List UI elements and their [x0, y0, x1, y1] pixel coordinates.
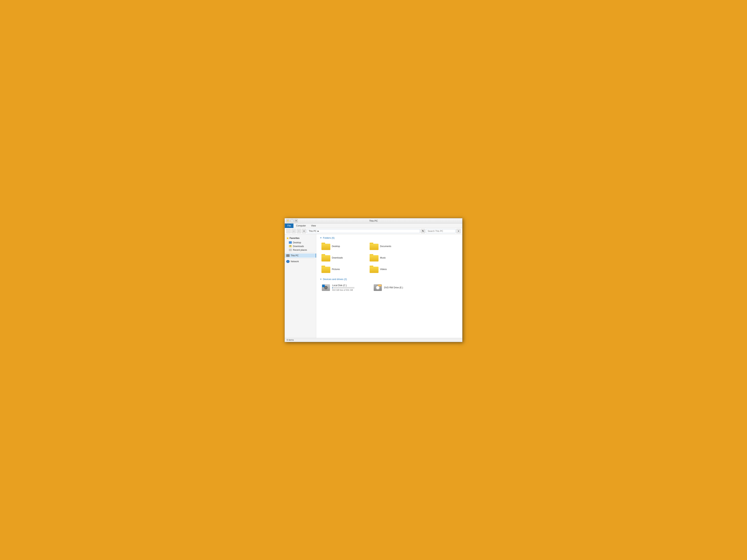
- sidebar-divider-2: [286, 258, 315, 259]
- items-count: 8 items: [287, 339, 294, 341]
- sidebar-network-label: Network: [291, 260, 299, 263]
- folder-item-music[interactable]: Music: [368, 253, 416, 263]
- dvd-badge: DVD: [378, 285, 382, 286]
- window-title: This PC: [369, 219, 378, 222]
- windows-logo-icon: [323, 285, 325, 287]
- network-icon: [286, 260, 289, 263]
- drive-c-space: 910 GB free of 931 GB: [332, 289, 354, 291]
- qat-new-folder[interactable]: 📁: [286, 219, 289, 222]
- music-folder-icon-large: [369, 254, 379, 262]
- ribbon: File Computer View: [285, 223, 462, 228]
- folders-section-title: Folders (6): [323, 237, 335, 239]
- tab-computer[interactable]: Computer: [293, 223, 308, 228]
- hdd-icon: [322, 284, 330, 291]
- downloads-folder-icon: [289, 245, 292, 247]
- search-dropdown-button[interactable]: ▾: [456, 229, 461, 233]
- sidebar-item-downloads[interactable]: Downloads: [285, 244, 316, 248]
- dvd-icon: DVD: [374, 284, 382, 291]
- drives-section-title: Devices and drives (2): [323, 278, 347, 281]
- downloads-folder-icon-large: [321, 254, 330, 262]
- sidebar-desktop-label: Desktop: [293, 241, 301, 244]
- sidebar-item-thispc[interactable]: This PC: [285, 254, 316, 258]
- folder-item-pictures[interactable]: Pictures: [320, 264, 368, 274]
- title-bar: 📁 📄 ▾ This PC: [285, 218, 462, 223]
- qat-properties[interactable]: 📄: [290, 219, 294, 222]
- forward-button[interactable]: →: [291, 229, 296, 233]
- documents-folder-icon-large: [369, 243, 379, 250]
- drive-c-bar-fill: [332, 287, 333, 289]
- folder-downloads-label: Downloads: [332, 257, 343, 259]
- svg-rect-3: [324, 286, 325, 287]
- sidebar-divider-1: [286, 252, 315, 253]
- hdd-icon-wrapper: [321, 284, 330, 291]
- ribbon-tab-list: File Computer View: [285, 223, 462, 228]
- folder-item-videos[interactable]: Videos: [368, 264, 416, 274]
- explorer-window: 📁 📄 ▾ This PC File Computer View ← → ↑ ▾…: [285, 218, 462, 342]
- windows-logo-badge: [322, 285, 325, 287]
- sidebar-thispc-label: This PC: [291, 254, 299, 257]
- folder-documents-label: Documents: [380, 245, 391, 247]
- status-bar: 8 items: [285, 338, 462, 342]
- pictures-folder-icon-large: [321, 266, 330, 273]
- qat-customize[interactable]: ▾: [294, 219, 298, 222]
- folder-item-downloads[interactable]: Downloads: [320, 253, 368, 263]
- drive-e-info: DVD RW Drive (E:): [384, 286, 403, 289]
- sidebar-recent-label: Recent places: [293, 249, 307, 251]
- drive-c-label: Local Disk (C:): [332, 284, 354, 287]
- folder-item-desktop[interactable]: Desktop: [320, 241, 368, 251]
- folder-music-label: Music: [380, 257, 386, 259]
- folder-item-documents[interactable]: Documents: [368, 241, 416, 251]
- path-arrow: ►: [317, 230, 319, 233]
- drives-arrow-icon: ▼: [320, 278, 322, 280]
- up-button[interactable]: ↑: [297, 229, 301, 233]
- folders-section-header[interactable]: ▼ Folders (6): [320, 237, 459, 239]
- thispc-icon: [286, 254, 289, 257]
- recent-icon: [289, 249, 292, 251]
- drive-c-bar-bg: [332, 287, 354, 289]
- folder-desktop-label: Desktop: [332, 245, 340, 247]
- main-area: ★ Favorites Desktop Downloads Recent pla…: [285, 234, 462, 338]
- drives-section-header[interactable]: ▼ Devices and drives (2): [320, 278, 459, 281]
- dvd-icon-wrapper: DVD: [373, 284, 382, 291]
- path-thispc: This PC: [309, 230, 317, 233]
- desktop-folder-icon-large: [321, 243, 330, 250]
- refresh-button[interactable]: ↻: [421, 229, 425, 233]
- sidebar-item-recent[interactable]: Recent places: [285, 248, 316, 252]
- svg-rect-1: [324, 285, 325, 286]
- sidebar: ★ Favorites Desktop Downloads Recent pla…: [285, 234, 316, 338]
- tab-view[interactable]: View: [308, 223, 318, 228]
- drive-item-c[interactable]: Local Disk (C:) 910 GB free of 931 GB: [320, 283, 372, 292]
- folders-grid: Desktop Documents Downloads: [320, 241, 459, 274]
- sidebar-item-network[interactable]: Network: [285, 259, 316, 264]
- videos-folder-icon-large: [369, 266, 379, 273]
- folder-pictures-label: Pictures: [332, 268, 340, 271]
- search-input[interactable]: [426, 229, 456, 233]
- back-button[interactable]: ←: [286, 229, 291, 233]
- favorites-label: Favorites: [289, 237, 300, 239]
- content-area: ▼ Folders (6) Desktop: [316, 234, 462, 338]
- tab-file[interactable]: File: [285, 223, 293, 228]
- sidebar-item-desktop[interactable]: Desktop: [285, 241, 316, 244]
- star-icon: ★: [286, 237, 289, 240]
- address-bar: ← → ↑ ▾ This PC ► ↻ ▾: [285, 228, 462, 234]
- recent-locations-button[interactable]: ▾: [302, 229, 306, 233]
- drive-c-info: Local Disk (C:) 910 GB free of 931 GB: [332, 284, 354, 291]
- sidebar-downloads-label: Downloads: [293, 245, 304, 247]
- drive-item-e[interactable]: DVD DVD RW Drive (E:): [372, 283, 424, 292]
- address-path[interactable]: This PC ►: [307, 229, 420, 233]
- folder-videos-label: Videos: [380, 268, 387, 271]
- quick-access-toolbar: 📁 📄 ▾: [286, 219, 298, 222]
- favorites-header[interactable]: ★ Favorites: [285, 236, 316, 241]
- drives-grid: Local Disk (C:) 910 GB free of 931 GB DV…: [320, 283, 459, 292]
- svg-rect-0: [323, 285, 324, 286]
- svg-rect-2: [323, 286, 324, 287]
- drive-e-label: DVD RW Drive (E:): [384, 286, 403, 289]
- folders-arrow-icon: ▼: [320, 237, 322, 239]
- desktop-folder-icon: [289, 241, 292, 244]
